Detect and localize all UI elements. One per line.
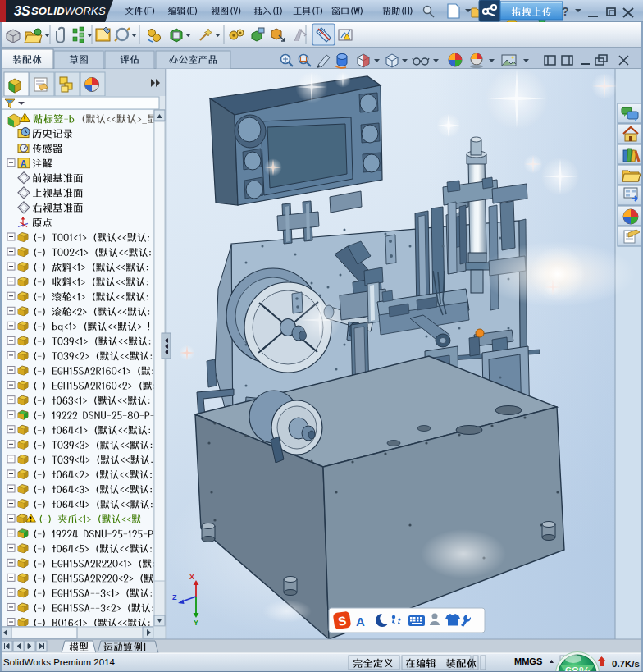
svg-text:Z: Z — [172, 593, 177, 601]
svg-text:SolidWorks Premium 2014: SolidWorks Premium 2014 — [3, 657, 116, 667]
svg-text:68%: 68% — [564, 664, 590, 672]
svg-text:?: ? — [562, 5, 569, 18]
svg-text:A: A — [21, 159, 26, 168]
svg-text:SOLIDWORKS: SOLIDWORKS — [31, 5, 106, 17]
svg-text:A: A — [356, 615, 365, 629]
svg-text:0.7K/s: 0.7K/s — [612, 659, 640, 669]
svg-text:Y: Y — [194, 619, 198, 627]
svg-text:3S: 3S — [14, 4, 30, 18]
svg-text:X: X — [189, 573, 194, 581]
svg-text:MMGS: MMGS — [514, 656, 542, 666]
